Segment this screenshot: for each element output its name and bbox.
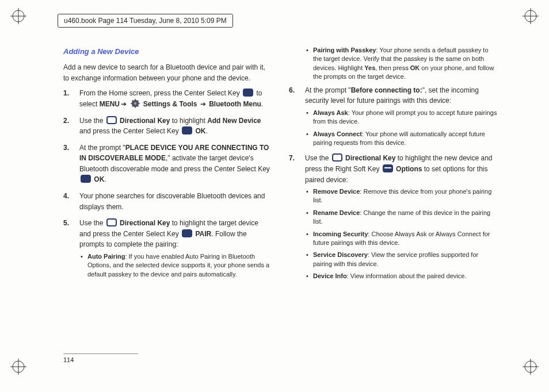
step-5: 5. Use the Directional Key to highlight … xyxy=(79,218,272,279)
crop-mark-tr xyxy=(523,8,539,24)
step-number: 5. xyxy=(63,218,69,229)
center-key-icon xyxy=(243,89,253,97)
intro-text: Add a new device to search for a Bluetoo… xyxy=(63,62,272,83)
directional-key-icon xyxy=(332,153,342,162)
page-number: 114 xyxy=(63,356,74,363)
sub-passkey: Pairing with Passkey: Your phone sends a… xyxy=(313,46,497,82)
step-number: 2. xyxy=(63,116,69,126)
page-header: u460.book Page 114 Tuesday, June 8, 2010… xyxy=(58,14,233,28)
sub-always-connect: Always Connect: Your phone will automati… xyxy=(313,130,497,148)
crop-mark-br xyxy=(523,359,539,375)
section-title: Adding a New Device xyxy=(63,46,272,57)
step-6: 6. At the prompt "Before connecting to:"… xyxy=(305,85,497,148)
center-key-icon xyxy=(182,229,192,237)
right-column: Pairing with Passkey: Your phone sends a… xyxy=(289,46,497,358)
step-number: 7. xyxy=(289,153,295,164)
sub-auto-pairing: Auto Pairing: If you have enabled Auto P… xyxy=(87,252,272,279)
svg-line-19 xyxy=(138,105,139,106)
directional-key-icon xyxy=(106,218,117,226)
sub-always-ask: Always Ask: Your phone will prompt you t… xyxy=(313,109,497,126)
step-1: 1. From the Home screen, press the Cente… xyxy=(79,88,272,109)
sub-device-info: Device Info: View information about the … xyxy=(313,272,497,280)
step-4: 4. Your phone searches for discoverable … xyxy=(79,191,272,212)
header-text: u460.book Page 114 Tuesday, June 8, 2010… xyxy=(58,14,233,28)
step-2: 2. Use the Directional Key to highlight … xyxy=(79,116,272,137)
gear-icon xyxy=(131,99,140,108)
footer-rule xyxy=(63,353,138,354)
step-number: 3. xyxy=(63,143,69,153)
svg-line-18 xyxy=(132,100,134,101)
sub-incoming-security: Incoming Security: Choose Always Ask or … xyxy=(313,230,497,248)
step-number: 1. xyxy=(63,88,69,99)
soft-key-icon xyxy=(383,164,393,172)
step-number: 6. xyxy=(289,85,295,96)
step-number: 4. xyxy=(63,191,69,202)
crop-mark-tl xyxy=(10,8,26,24)
left-column: Adding a New Device Add a new device to … xyxy=(63,46,272,358)
sub-remove-device: Remove Device: Remove this device from y… xyxy=(313,187,497,205)
crop-mark-bl xyxy=(10,359,26,375)
svg-line-20 xyxy=(132,105,134,106)
svg-point-13 xyxy=(134,102,136,105)
step-7: 7. Use the Directional Key to highlight … xyxy=(305,153,497,280)
directional-key-icon xyxy=(106,116,117,124)
sub-service-discovery: Service Discovery: View the service prof… xyxy=(313,251,497,268)
step-3: 3. At the prompt "PLACE DEVICE YOU ARE C… xyxy=(79,143,272,185)
center-key-icon xyxy=(81,175,91,183)
center-key-icon xyxy=(182,126,192,134)
sub-rename-device: Rename Device: Change the name of this d… xyxy=(313,209,497,226)
svg-line-21 xyxy=(138,100,139,101)
